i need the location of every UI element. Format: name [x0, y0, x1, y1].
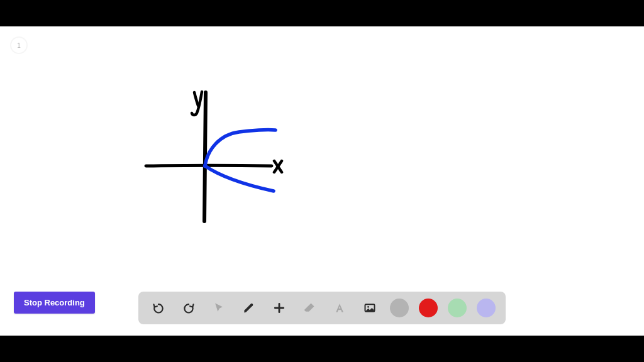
undo-button[interactable]: [148, 298, 169, 318]
redo-icon: [182, 300, 195, 316]
stop-recording-button[interactable]: Stop Recording: [14, 292, 95, 314]
plus-icon: [273, 300, 286, 316]
sketch-svg: [0, 26, 644, 336]
curve-upper-branch: [205, 130, 275, 166]
image-tool-button[interactable]: [360, 298, 380, 318]
toolbar: [138, 292, 506, 324]
drawing-canvas[interactable]: [0, 26, 644, 336]
pointer-icon: [213, 300, 225, 316]
whiteboard-stage: 1 Stop Recording: [0, 26, 644, 336]
eraser-tool-button[interactable]: [299, 298, 319, 318]
color-purple-swatch[interactable]: [477, 299, 496, 317]
redo-button[interactable]: [179, 298, 199, 318]
letterbox-top: [0, 0, 644, 26]
text-icon: [333, 300, 346, 316]
curve-lower-branch: [205, 166, 274, 191]
x-axis-label: [274, 161, 282, 172]
color-red-swatch[interactable]: [419, 299, 438, 317]
letterbox-bottom: [0, 336, 644, 362]
y-axis-label: [192, 92, 202, 115]
pen-icon: [243, 300, 255, 316]
image-icon: [364, 300, 376, 316]
x-axis-line: [146, 165, 272, 166]
text-tool-button[interactable]: [330, 298, 350, 318]
undo-icon: [152, 300, 165, 316]
y-axis-line: [204, 92, 206, 221]
color-gray-swatch[interactable]: [390, 299, 409, 317]
color-green-swatch[interactable]: [448, 299, 467, 317]
curve-origin-point: [203, 164, 207, 168]
pointer-tool-button[interactable]: [209, 298, 229, 318]
svg-point-1: [367, 306, 369, 308]
add-button[interactable]: [269, 298, 289, 318]
pen-tool-button[interactable]: [239, 298, 259, 318]
eraser-icon: [303, 300, 316, 316]
